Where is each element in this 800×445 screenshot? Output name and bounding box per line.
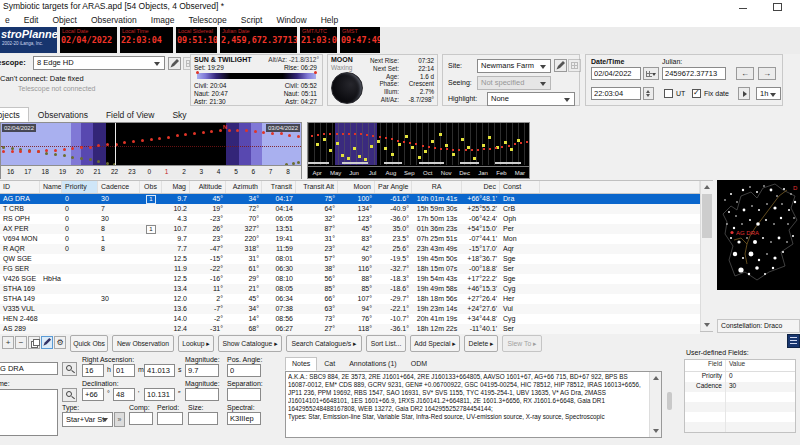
plus-button[interactable]: + xyxy=(2,336,14,349)
toolbar-button-lookup[interactable]: Lookup ▸ xyxy=(178,335,214,352)
table-row-v335-vul[interactable]: V335 VUL13.6-7°34°07:3863°94°-22.1°19h 2… xyxy=(0,304,700,314)
ut-checkbox[interactable] xyxy=(664,89,673,98)
toolbar-button-new-observation[interactable]: New Observation xyxy=(112,335,174,352)
scroll-down-icon[interactable] xyxy=(701,319,713,331)
table-row-ax-per[interactable]: AX PER08110.726°327°13:5187°45°35.0°01h … xyxy=(0,224,700,234)
column-header-transit[interactable]: Transit xyxy=(262,181,296,193)
column-header-const[interactable]: Const xyxy=(500,181,540,193)
toolbar-button-quick-obs[interactable]: Quick Obs xyxy=(70,335,108,352)
play-icon[interactable] xyxy=(738,87,750,100)
menu-item-object[interactable]: Object xyxy=(45,15,84,25)
toolbar-button-sort-list[interactable]: Sort List... xyxy=(366,335,406,352)
maximize-button[interactable] xyxy=(764,0,790,13)
id-lookup-button[interactable] xyxy=(62,362,77,376)
notes-scrollbar[interactable] xyxy=(649,372,661,437)
dec-seconds-input[interactable] xyxy=(144,388,175,401)
table-row-as-289[interactable]: AS 28912.4-31°68°06:2727°118°-36.1°18h 1… xyxy=(0,324,700,334)
column-header-moon[interactable]: Moon xyxy=(338,181,375,193)
daily-altitude-chart[interactable]: 02/04/2022 03/04/2022 N 1617181920212223… xyxy=(0,122,302,179)
site-edit-button[interactable] xyxy=(554,59,567,72)
gear-button[interactable]: ⚙ xyxy=(54,336,66,349)
highlight-select[interactable]: None xyxy=(487,92,575,106)
column-header-name[interactable]: Name xyxy=(40,181,62,193)
telescope-edit-button[interactable] xyxy=(168,57,181,70)
table-row-stha-149[interactable]: STHA 1493012.02°45°06:3466°107°-29.7°18h… xyxy=(0,294,700,304)
yearly-visibility-chart[interactable]: AprMayJunJulAugSepOctNovDecJanFebMar xyxy=(307,122,530,179)
site-select[interactable]: Newmans Farm xyxy=(477,59,551,73)
object-id-input[interactable] xyxy=(0,362,58,375)
notes-tab-odm[interactable]: ODM xyxy=(404,357,434,371)
column-header-mag[interactable]: Mag xyxy=(162,181,190,193)
column-header-id[interactable]: ID xyxy=(0,181,40,193)
menu-item-help[interactable]: Help xyxy=(314,15,345,25)
separation-input[interactable] xyxy=(227,388,261,401)
tab-field-of-view[interactable]: Field of View xyxy=(97,107,164,122)
time-input[interactable] xyxy=(591,87,641,100)
minus-button[interactable]: − xyxy=(15,336,27,349)
table-row-r-aqr[interactable]: R AQR087.7-47°318°11:5923°42°25.6°23h 43… xyxy=(0,244,700,254)
pos-angle-input[interactable] xyxy=(227,364,261,377)
notes-tab-cat[interactable]: Cat xyxy=(317,357,342,371)
tab-objects[interactable]: Objects xyxy=(0,107,29,122)
menu-item-window[interactable]: Window xyxy=(269,15,313,25)
object-name-input[interactable] xyxy=(0,389,58,436)
column-header-transit-alt[interactable]: Transit Alt xyxy=(296,181,338,193)
table-row-stha-169[interactable]: STHA 16913.411°21°08:0585°85°-18.6°19h 4… xyxy=(0,284,700,294)
column-header-ra[interactable]: RA xyxy=(412,181,462,193)
menu-item-edit[interactable]: Edit xyxy=(17,15,46,25)
column-header-azimuth[interactable]: Azimuth xyxy=(226,181,262,193)
menu-item-observation[interactable]: Observation xyxy=(84,15,144,25)
duplicate-button[interactable] xyxy=(28,336,40,349)
name-lookup-button[interactable] xyxy=(62,388,77,402)
ra-hours-input[interactable] xyxy=(82,364,104,377)
splitter-handle[interactable] xyxy=(667,392,672,410)
toolbar-button-show-catalogue[interactable]: Show Catalogue ▸ xyxy=(218,335,282,352)
notes-text[interactable]: A.K.A.: SBC9 884, 2E 3573, 2RE J1601+664… xyxy=(288,373,648,436)
step-forward-button[interactable]: → xyxy=(758,67,776,80)
notes-tab-notes[interactable]: Notes xyxy=(285,357,317,371)
ra-minutes-input[interactable] xyxy=(113,364,135,377)
menu-item-telescope[interactable]: Telescope xyxy=(181,15,233,25)
minimize-button[interactable] xyxy=(730,0,756,13)
type-more-button[interactable]: » xyxy=(114,412,125,427)
date-input[interactable] xyxy=(591,67,641,80)
table-row-hen-2-468[interactable]: HEN 2-46814.0-2°14°08:5673°76°-10.7°20h … xyxy=(0,314,700,324)
toolbar-button-search-catalogue-s[interactable]: Search Catalogue/s ▸ xyxy=(286,335,362,352)
site-list-button[interactable] xyxy=(568,59,581,72)
table-row-fg-ser[interactable]: FG SER11.9-22°61°06:3038°116°-32.7°18h 1… xyxy=(0,264,700,274)
column-header-priority[interactable]: Priority xyxy=(62,181,98,193)
menu-item-e[interactable]: e xyxy=(0,15,17,25)
app-mini-icon[interactable] xyxy=(787,334,800,348)
table-row-v694-mon[interactable]: V694 MON019.723°220°19:4131°83°23.5°07h … xyxy=(0,234,700,244)
period-input[interactable] xyxy=(157,412,183,425)
toolbar-button-delete[interactable]: Delete ▸ xyxy=(464,335,498,352)
menu-item-script[interactable]: Script xyxy=(234,15,270,25)
magnitude-input[interactable] xyxy=(185,364,219,377)
dec-degrees-input[interactable] xyxy=(82,388,104,401)
toolbar-button-add-special[interactable]: Add Special ▸ xyxy=(410,335,460,352)
table-scrollbar[interactable] xyxy=(700,181,713,331)
spectral-input[interactable] xyxy=(227,412,261,425)
tab-sky[interactable]: Sky xyxy=(163,107,195,122)
fix-date-checkbox[interactable] xyxy=(692,89,701,98)
column-header-cadence[interactable]: Cadence xyxy=(98,181,140,193)
scrollbar-thumb[interactable] xyxy=(702,194,712,238)
scroll-up-icon[interactable] xyxy=(650,372,661,384)
table-row-ag-dra[interactable]: AG DRA03019.745°34°04:1775°100°-61.6°16h… xyxy=(0,194,700,204)
column-header-obs[interactable]: Obs xyxy=(140,181,162,193)
tab-observations[interactable]: Observations xyxy=(29,107,97,122)
pencil-button[interactable] xyxy=(41,336,53,349)
scroll-up-icon[interactable] xyxy=(701,181,713,193)
column-header-dec[interactable]: Dec xyxy=(462,181,500,193)
step-interval-select[interactable]: 1h xyxy=(756,87,781,100)
column-header-par-angle[interactable]: Par Angle xyxy=(375,181,412,193)
type-select[interactable]: Star+Var St xyxy=(62,412,113,427)
notes-tab-annotations-1[interactable]: Annotations (1) xyxy=(342,357,403,371)
table-row-v426-sge[interactable]: V426 SGEHbHa ...12.5-16°29°08:1056°88°-1… xyxy=(0,274,700,284)
column-header-altitude[interactable]: Altitude xyxy=(190,181,226,193)
table-row-t-crb[interactable]: T CRB0710.219°72°04:1464°134°-40.9°15h 5… xyxy=(0,204,700,214)
scroll-down-icon[interactable] xyxy=(650,425,661,437)
table-row-rs-oph[interactable]: RS OPH0304.3-23°70°06:0532°123°-36.0°17h… xyxy=(0,214,700,224)
ra-seconds-input[interactable] xyxy=(144,364,175,377)
step-back-button[interactable]: ← xyxy=(736,67,754,80)
